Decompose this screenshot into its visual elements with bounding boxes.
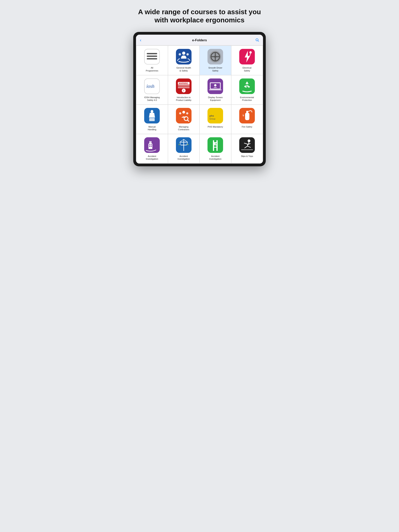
- svg-point-33: [182, 111, 185, 114]
- svg-rect-48: [149, 146, 150, 147]
- svg-point-7: [187, 53, 189, 56]
- list-item[interactable]: WARNING ! Introduction toProduct Liabili…: [168, 75, 200, 104]
- svg-rect-42: [246, 111, 248, 113]
- list-item[interactable]: phs Group PHS Mandatory: [200, 105, 231, 134]
- svg-line-69: [245, 146, 247, 148]
- svg-marker-58: [187, 143, 188, 146]
- course-grid: AllProgrammes: [136, 45, 263, 164]
- svg-text:Group: Group: [209, 118, 215, 120]
- svg-rect-28: [209, 89, 221, 90]
- svg-point-27: [214, 84, 216, 86]
- svg-rect-2: [147, 53, 157, 54]
- svg-point-64: [214, 143, 216, 145]
- cell-label: ManualHandling: [148, 125, 156, 131]
- svg-text:WARNING: WARNING: [179, 82, 188, 84]
- svg-point-6: [179, 53, 181, 56]
- list-item[interactable]: iosh IOSH ManagingSafely 4.0: [136, 75, 168, 104]
- list-item[interactable]: General Health& Safety: [168, 46, 200, 75]
- cell-label: ManagingContractors: [178, 125, 189, 131]
- svg-point-16: [249, 51, 252, 54]
- cell-label: PHS Mandatory: [208, 125, 223, 128]
- cell-label: Fire Safety: [242, 125, 252, 128]
- svg-line-37: [187, 120, 189, 121]
- list-item[interactable]: Display ScreenEquipment: [200, 75, 231, 104]
- list-item[interactable]: EnvironmentalProtection: [232, 75, 263, 104]
- svg-rect-45: [149, 141, 152, 144]
- svg-rect-46: [149, 144, 150, 145]
- svg-marker-15: [245, 51, 250, 63]
- svg-rect-63: [213, 147, 218, 148]
- svg-point-5: [182, 52, 185, 55]
- svg-rect-41: [245, 113, 249, 120]
- svg-point-29: [246, 84, 248, 87]
- svg-marker-57: [179, 143, 180, 146]
- svg-rect-47: [151, 144, 152, 145]
- cell-label: AllProgrammes: [146, 66, 158, 72]
- tablet-frame: ‹ e-Folders AllProgrammes: [133, 32, 266, 166]
- list-item[interactable]: Fire Safety: [232, 105, 263, 134]
- svg-text:!: !: [183, 89, 184, 92]
- svg-text:iosh: iosh: [147, 83, 154, 89]
- list-item[interactable]: ElectricalSafety: [232, 46, 263, 75]
- svg-rect-49: [151, 146, 152, 147]
- cell-label: Display ScreenEquipment: [208, 96, 223, 102]
- cell-label: ElectricalSafety: [243, 66, 251, 72]
- list-item[interactable]: Slips & Trips: [232, 134, 263, 163]
- cell-label: AccidentInvestigation: [146, 155, 158, 160]
- svg-rect-60: [216, 140, 218, 151]
- svg-line-17: [250, 54, 251, 56]
- cell-label: Introduction toProduct Liability: [176, 96, 191, 102]
- cell-label: EnvironmentalProtection: [240, 96, 254, 102]
- svg-line-1: [258, 41, 259, 42]
- cell-label: AccidentInvestigation: [209, 155, 221, 160]
- list-item[interactable]: ManagingContractors: [168, 105, 200, 134]
- svg-rect-22: [178, 87, 190, 88]
- svg-line-53: [180, 142, 181, 145]
- svg-line-68: [247, 144, 250, 145]
- navigation-bar: ‹ e-Folders: [136, 35, 263, 45]
- cell-label: Slips & Trips: [241, 155, 253, 158]
- nav-title: e-Folders: [192, 38, 207, 42]
- list-item[interactable]: ManualHandling: [136, 105, 168, 134]
- svg-rect-3: [147, 56, 157, 57]
- svg-line-67: [244, 143, 247, 144]
- svg-line-56: [184, 139, 188, 142]
- svg-rect-21: [178, 85, 190, 86]
- cell-label: General Health& Safety: [176, 66, 191, 72]
- svg-rect-4: [147, 58, 157, 60]
- search-button[interactable]: [253, 38, 259, 43]
- back-button[interactable]: ‹: [140, 38, 146, 43]
- list-item[interactable]: AccidentInvestigation: [200, 134, 231, 163]
- cell-label: IOSH ManagingSafely 4.0: [144, 96, 160, 102]
- cell-label: AccidentInvestigation: [178, 155, 190, 160]
- svg-text:phs: phs: [209, 114, 214, 117]
- svg-point-65: [248, 139, 250, 142]
- svg-line-70: [247, 146, 251, 147]
- list-item[interactable]: AccidentInvestigation: [168, 134, 200, 163]
- list-item[interactable]: AllProgrammes: [136, 46, 168, 75]
- svg-rect-59: [213, 140, 214, 151]
- cell-label: Smooth DriverSafety: [208, 66, 223, 72]
- svg-rect-31: [149, 118, 155, 121]
- svg-point-35: [186, 112, 188, 114]
- page-headline: A wide range of courses to assist you wi…: [131, 8, 268, 24]
- list-item[interactable]: AccidentInvestigation: [136, 134, 168, 163]
- list-item[interactable]: Smooth DriverSafety: [200, 46, 231, 75]
- svg-line-43: [248, 111, 251, 111]
- tablet-screen: ‹ e-Folders AllProgrammes: [136, 35, 263, 164]
- svg-point-30: [151, 110, 153, 113]
- svg-point-34: [179, 112, 181, 114]
- svg-point-0: [256, 38, 258, 41]
- svg-line-55: [180, 139, 184, 142]
- svg-rect-62: [213, 145, 218, 145]
